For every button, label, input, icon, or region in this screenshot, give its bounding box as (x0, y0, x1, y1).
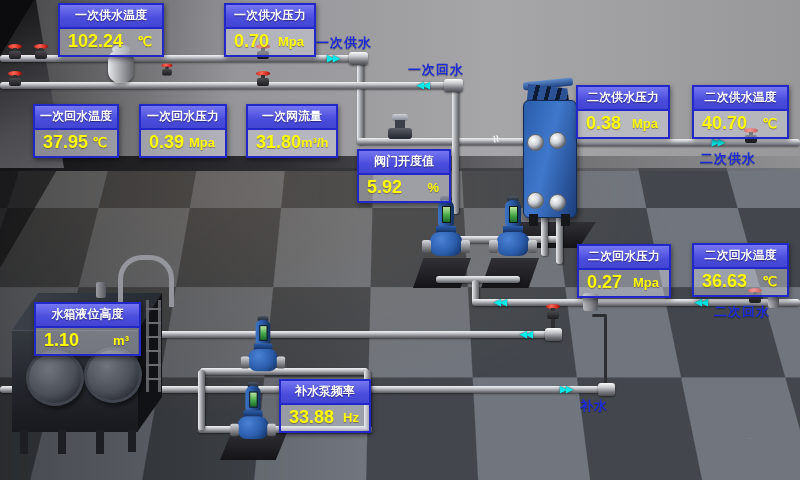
gauge-value: 0.38 (586, 113, 621, 134)
pipe-primary-supply-drop (357, 60, 364, 144)
gauge-value: 33.88 (289, 407, 334, 428)
pipe-label-primary-return: 一次回水 (408, 61, 464, 79)
gauge-unit: ℃ (762, 274, 777, 289)
gauge-secondary-supply-temp[interactable]: 二次供水温度 40.70℃ (692, 85, 789, 139)
plate-heat-exchanger[interactable] (519, 80, 579, 226)
makeup-riser-elbow (592, 314, 607, 317)
gauge-unit: m³ (113, 333, 129, 348)
gauge-value: 36.63 (702, 271, 747, 292)
gauge-unit: ℃ (137, 34, 152, 49)
gauge-unit: Mpa (632, 116, 658, 131)
gauge-value: 5.92 (367, 177, 402, 198)
hmi-heat-station-screen: ≈ ▶▶ ◀◀ ▶▶ ◀◀ ◀◀ ◀◀ ▶▶ (0, 0, 800, 480)
gauge-unit: Mpa (633, 275, 659, 290)
exchanger-port-icon (527, 192, 544, 209)
gauge-makeup-pump-freq[interactable]: 补水泵频率 33.88Hz (279, 379, 371, 433)
gauge-secondary-return-pressure[interactable]: 二次回水压力 0.27Mpa (577, 244, 671, 298)
tank-overflow-pipe (118, 255, 174, 307)
gauge-unit: m³/h (301, 135, 328, 150)
pipe-primary-return (0, 82, 448, 89)
gauge-secondary-supply-pressure[interactable]: 二次供水压力 0.38Mpa (576, 85, 670, 139)
pump-status-window (259, 325, 267, 341)
pipe-return-to-tank (140, 331, 550, 338)
gauge-primary-supply-pressure[interactable]: 一次供水压力 0.70Mpa (224, 3, 316, 57)
gauge-tank-level[interactable]: 水箱液位高度 1.10m³ (34, 302, 141, 356)
gauge-value: 40.70 (702, 113, 747, 134)
gauge-primary-supply-temp[interactable]: 一次供水温度 102.24℃ (58, 3, 164, 57)
makeup-loop-top (200, 368, 368, 375)
pipe-label-makeup: 补水 (580, 397, 608, 415)
gauge-value: 102.24 (68, 31, 123, 52)
exchanger-foot (561, 214, 570, 226)
pipe-primary-return-flange (444, 79, 463, 92)
valve-primary-supply-1[interactable] (8, 46, 22, 56)
gauge-value: 1.10 (44, 330, 79, 351)
pipe-secondary-supply (560, 139, 800, 146)
gauge-value: 0.27 (587, 272, 622, 293)
gauge-secondary-return-temp[interactable]: 二次回水温度 36.63℃ (692, 243, 789, 297)
gauge-unit: ℃ (92, 135, 107, 150)
tank-vent-fitting (96, 282, 106, 298)
pipe-label-primary-supply: 一次供水 (316, 34, 372, 52)
flow-right-icon: ▶▶ (327, 54, 339, 63)
pipe-primary-supply-flange (349, 52, 368, 65)
valve-primary-return-1[interactable] (8, 73, 22, 83)
pipe-makeup-flange (598, 383, 615, 396)
flow-left-icon: ◀◀ (695, 298, 707, 307)
gauge-primary-return-pressure[interactable]: 一次回水压力 0.39Mpa (139, 104, 227, 158)
exchanger-port-icon (527, 134, 544, 151)
gauge-unit: Mpa (278, 34, 304, 49)
gauge-primary-flow[interactable]: 一次网流量 31.80m³/h (246, 104, 338, 158)
valve-primary-supply-2[interactable] (34, 46, 48, 56)
valve-primary-return-2[interactable] (256, 73, 270, 83)
gauge-unit: % (427, 180, 439, 195)
flow-right-icon: ▶▶ (560, 385, 572, 394)
exchanger-port-icon (549, 194, 566, 211)
gauge-unit: Hz (343, 410, 359, 425)
flow-right-icon: ▶▶ (712, 138, 724, 147)
pipe-primary-return-drop (452, 88, 459, 214)
gauge-primary-return-temp[interactable]: 一次回水温度 37.95℃ (33, 104, 119, 158)
exchanger-foot (529, 214, 538, 226)
makeup-riser (604, 316, 607, 386)
valve-filter-drain[interactable] (161, 65, 172, 73)
gauge-value: 0.39 (149, 132, 184, 153)
makeup-loop-left (198, 370, 205, 430)
control-valve-body (388, 128, 412, 139)
exchanger-port-icon (549, 132, 566, 149)
pipe-label-secondary-return: 二次回水 (714, 303, 770, 321)
gauge-value: 37.95 (43, 132, 88, 153)
tank-manhole-icon (26, 350, 84, 406)
pipe-return-to-tank-flange (545, 328, 562, 341)
flow-left-icon: ◀◀ (520, 330, 532, 339)
flow-left-icon: ◀◀ (494, 298, 506, 307)
pump-status-window (249, 392, 258, 408)
flow-left-icon: ◀◀ (417, 81, 429, 90)
pump-status-window (442, 206, 451, 223)
gauge-valve-opening[interactable]: 阀门开度值 5.92% (357, 149, 451, 203)
valve-tank-line[interactable] (546, 306, 560, 316)
gauge-unit: ℃ (762, 116, 777, 131)
pipe-label-secondary-supply: 二次供水 (700, 150, 756, 168)
gauge-value: 31.80 (256, 132, 301, 153)
gauge-value: 0.70 (234, 31, 269, 52)
pump-status-window (509, 206, 518, 223)
gauge-unit: Mpa (189, 135, 215, 150)
